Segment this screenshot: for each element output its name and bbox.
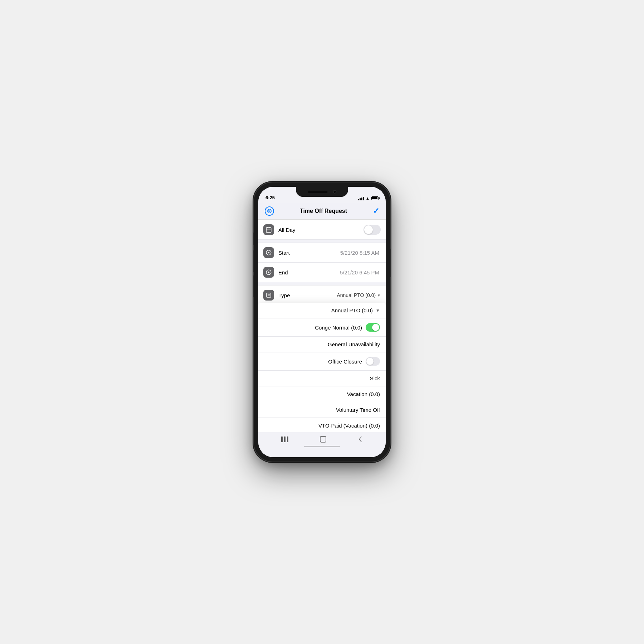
notch (296, 187, 348, 197)
dropdown-arrow-icon: ▼ (377, 293, 381, 297)
home-indicator-area (258, 432, 386, 457)
confirm-button[interactable]: ✓ (373, 206, 379, 216)
dropdown-item-annual-pto[interactable]: Annual PTO (0.0) ▼ (258, 303, 386, 318)
dropdown-item-voluntary[interactable]: Voluntary Time Off (258, 402, 386, 418)
status-time: 6:25 (265, 195, 275, 200)
dropdown-item-sick[interactable]: Sick (258, 371, 386, 386)
home-button[interactable] (319, 436, 327, 443)
notch-camera (333, 190, 336, 194)
office-closure-toggle[interactable] (366, 357, 380, 366)
multitask-button[interactable] (281, 436, 288, 442)
start-value: 5/21/20 8:15 AM (340, 250, 379, 256)
dropdown-item-label-vto-paid: VTO-Paid (Vacation) (0.0) (318, 423, 380, 429)
dropdown-item-label-voluntary: Voluntary Time Off (336, 407, 380, 413)
all-day-label: All Day (278, 227, 364, 233)
type-dropdown-selected[interactable]: Annual PTO (0.0) ▼ (337, 292, 381, 298)
end-icon (263, 267, 274, 278)
system-nav (258, 436, 386, 443)
end-value: 5/21/20 6:45 PM (340, 269, 379, 275)
start-row[interactable]: Start 5/21/20 8:15 AM (258, 243, 386, 263)
dropdown-item-label-office: Office Closure (328, 358, 362, 365)
nav-bar: Time Off Request ✓ (258, 203, 386, 220)
dropdown-item-label-conge: Conge Normal (0.0) (315, 325, 362, 331)
dropdown-item-label-sick: Sick (370, 375, 380, 381)
dropdown-item-conge-normal[interactable]: Conge Normal (0.0) (258, 318, 386, 337)
status-icons: ▲ (358, 196, 379, 200)
svg-point-8 (268, 252, 270, 254)
phone-container: 6:25 ▲ (254, 182, 390, 462)
home-bar (304, 446, 340, 447)
dropdown-item-office-closure[interactable]: Office Closure (258, 352, 386, 371)
svg-rect-3 (266, 228, 271, 233)
dropdown-item-label: Annual PTO (0.0) (331, 307, 373, 313)
type-dropdown-menu: Annual PTO (0.0) ▼ Conge Normal (0.0) Ge… (258, 303, 386, 432)
dropdown-checkmark-icon: ▼ (376, 308, 380, 313)
conge-toggle[interactable] (366, 323, 380, 332)
all-day-icon (263, 224, 274, 235)
dropdown-item-vto-paid[interactable]: VTO-Paid (Vacation) (0.0) (258, 418, 386, 432)
dropdown-item-label-vacation: Vacation (0.0) (347, 391, 380, 397)
nav-title: Time Off Request (300, 208, 347, 214)
cancel-button[interactable] (265, 206, 274, 216)
all-day-row[interactable]: All Day (258, 220, 386, 239)
svg-rect-27 (287, 436, 288, 442)
end-row[interactable]: End 5/21/20 6:45 PM (258, 263, 386, 282)
svg-point-10 (268, 272, 270, 273)
start-label: Start (278, 250, 340, 256)
end-label: End (278, 269, 340, 275)
svg-rect-28 (320, 436, 326, 442)
type-icon (263, 290, 274, 301)
dropdown-item-general-unavailability[interactable]: General Unavailability (258, 337, 386, 352)
start-icon (263, 247, 274, 258)
dropdown-item-vacation[interactable]: Vacation (0.0) (258, 386, 386, 402)
svg-rect-25 (281, 436, 283, 442)
signal-icon (358, 196, 364, 200)
dropdown-item-label-gen: General Unavailability (328, 341, 380, 347)
notch-speaker (308, 191, 327, 193)
type-selected-value: Annual PTO (0.0) (337, 292, 376, 298)
battery-icon (371, 196, 379, 200)
svg-rect-26 (284, 436, 286, 442)
type-row[interactable]: Type Annual PTO (0.0) ▼ (258, 286, 386, 305)
form-content: All Day Start 5/21/20 8:15 AM (258, 220, 386, 432)
type-label: Type (278, 292, 337, 298)
all-day-toggle[interactable] (364, 225, 381, 235)
back-button[interactable] (358, 436, 363, 443)
phone-screen: 6:25 ▲ (258, 187, 386, 457)
wifi-icon: ▲ (366, 196, 370, 200)
